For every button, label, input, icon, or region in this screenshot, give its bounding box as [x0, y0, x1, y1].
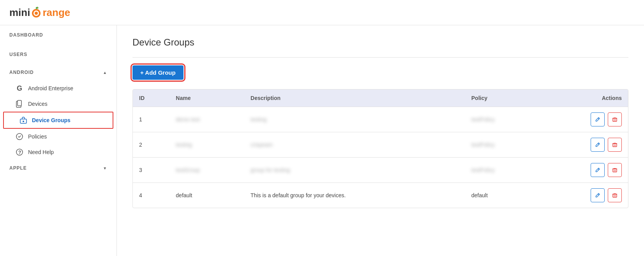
- sidebar-item-policies-label: Policies: [28, 133, 47, 140]
- cell-actions: [538, 158, 628, 183]
- sidebar-item-device-groups-label: Device Groups: [32, 117, 71, 123]
- sidebar-item-need-help-label: Need Help: [28, 149, 54, 155]
- cell-policy: testPolicy: [465, 158, 539, 183]
- svg-rect-13: [613, 118, 617, 121]
- col-actions: Actions: [538, 89, 628, 107]
- android-chevron-up-icon: [103, 70, 107, 75]
- delete-button[interactable]: [608, 112, 622, 126]
- devices-icon: [16, 100, 23, 108]
- cell-description: crispeam: [244, 132, 465, 158]
- svg-point-2: [35, 12, 38, 15]
- sidebar-android-section[interactable]: ANDROID: [0, 64, 116, 81]
- cell-id: 4: [133, 183, 169, 208]
- edit-button[interactable]: [591, 163, 605, 177]
- delete-button[interactable]: [608, 188, 622, 202]
- sidebar-device-groups-wrapper: Device Groups: [3, 112, 113, 129]
- svg-rect-17: [613, 144, 617, 147]
- google-icon: G: [16, 84, 23, 92]
- table-row: 4defaultThis is a default group for your…: [133, 183, 628, 208]
- cell-name: default: [169, 183, 244, 208]
- device-groups-table: ID Name Description Policy Actions 1demo…: [133, 89, 628, 208]
- col-policy: Policy: [465, 89, 539, 107]
- cell-id: 2: [133, 132, 169, 158]
- edit-button[interactable]: [591, 188, 605, 202]
- svg-rect-7: [18, 100, 21, 106]
- table-row: 2testingcrispeamtestPolicy: [133, 132, 628, 158]
- sidebar-item-device-groups[interactable]: Device Groups: [4, 112, 113, 128]
- sidebar-item-android-enterprise[interactable]: G Android Enterprise: [0, 81, 116, 96]
- main-content: Device Groups + Add Group ID Name Descri…: [117, 25, 644, 256]
- svg-rect-21: [613, 169, 617, 172]
- cell-policy: default: [465, 183, 539, 208]
- edit-button[interactable]: [591, 138, 605, 152]
- sidebar-item-need-help[interactable]: ? Need Help: [0, 144, 116, 160]
- cell-id: 1: [133, 107, 169, 132]
- cell-policy: testPolicy: [465, 107, 539, 132]
- sidebar-item-devices[interactable]: Devices: [0, 96, 116, 112]
- logo-range-text: range: [42, 7, 70, 19]
- header: mini range: [0, 0, 644, 25]
- cell-actions: [538, 107, 628, 132]
- sidebar: DASHBOARD USERS ANDROID G Android Enterp…: [0, 25, 117, 256]
- device-groups-table-wrapper: ID Name Description Policy Actions 1demo…: [132, 89, 628, 208]
- delete-button[interactable]: [608, 163, 622, 177]
- table-row: 3testGroupgroup for testingtestPolicy: [133, 158, 628, 183]
- device-groups-icon: [19, 116, 27, 124]
- cell-name: demo test: [169, 107, 244, 132]
- cell-name: testing: [169, 132, 244, 158]
- divider: [132, 57, 628, 58]
- sidebar-apple-label: APPLE: [9, 165, 27, 171]
- sidebar-dashboard-title: DASHBOARD: [0, 25, 116, 42]
- cell-description: This is a default group for your devices…: [244, 183, 465, 208]
- main-layout: DASHBOARD USERS ANDROID G Android Enterp…: [0, 25, 644, 256]
- col-description: Description: [244, 89, 465, 107]
- table-row: 1demo testtestingtestPolicy: [133, 107, 628, 132]
- delete-button[interactable]: [608, 138, 622, 152]
- col-id: ID: [133, 89, 169, 107]
- svg-text:?: ?: [18, 150, 21, 155]
- cell-policy: testPolicy: [465, 132, 539, 158]
- add-group-button[interactable]: + Add Group: [132, 65, 183, 80]
- col-name: Name: [169, 89, 244, 107]
- policies-icon: [16, 133, 23, 140]
- need-help-icon: ?: [16, 148, 23, 156]
- edit-button[interactable]: [591, 112, 605, 126]
- cell-actions: [538, 132, 628, 158]
- cell-actions: [538, 183, 628, 208]
- sidebar-item-policies[interactable]: Policies: [0, 129, 116, 144]
- svg-point-9: [23, 121, 24, 122]
- cell-description: testing: [244, 107, 465, 132]
- cell-description: group for testing: [244, 158, 465, 183]
- sidebar-item-devices-label: Devices: [28, 101, 48, 107]
- logo-mini-text: mini: [9, 7, 30, 19]
- apple-chevron-down-icon: [103, 165, 107, 171]
- logo: mini range: [9, 7, 70, 19]
- page-title: Device Groups: [132, 37, 628, 48]
- cell-name: testGroup: [169, 158, 244, 183]
- sidebar-item-android-enterprise-label: Android Enterprise: [28, 85, 73, 91]
- svg-point-5: [37, 7, 38, 8]
- sidebar-users-title: USERS: [0, 45, 116, 61]
- svg-rect-25: [613, 194, 617, 197]
- cell-id: 3: [133, 158, 169, 183]
- table-header-row: ID Name Description Policy Actions: [133, 89, 628, 107]
- sidebar-android-label: ANDROID: [9, 70, 34, 75]
- sidebar-apple-section[interactable]: APPLE: [0, 160, 116, 176]
- logo-icon: [30, 7, 42, 18]
